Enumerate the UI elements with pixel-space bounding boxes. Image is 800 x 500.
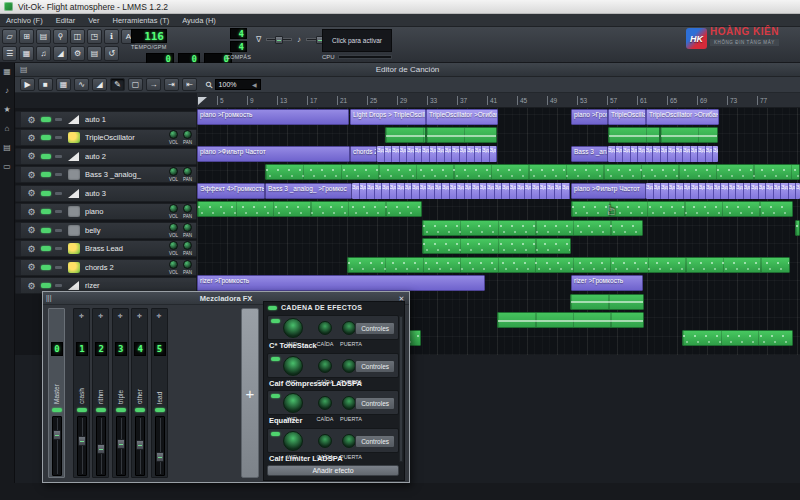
track-lane[interactable]: piano >Фильтр Частотchords 2>ГрЗдЗдЗдЗдЗ… [197,145,800,163]
channel-send-icon[interactable]: ✛ [113,312,128,319]
channel-mute-led[interactable] [52,408,62,412]
mini-segment[interactable]: Зд [676,146,684,162]
decay-knob[interactable] [318,321,332,335]
track-grip[interactable] [16,223,21,238]
menu-item-editar[interactable]: Editar [56,16,76,25]
track-head-auto-1[interactable]: ⚙auto 1 [15,111,197,128]
channel-mute-led[interactable] [116,408,126,412]
channel-fader[interactable] [96,416,106,476]
home-icon[interactable]: ⌂ [5,124,10,134]
channel-mute-led[interactable] [135,408,145,412]
computer-icon[interactable]: ▭ [3,162,11,172]
pattern-segment[interactable] [608,127,660,143]
pattern-segment[interactable] [682,330,793,346]
track-head-auto-3[interactable]: ⚙auto 3 [15,185,197,202]
compas-bottom-display[interactable]: 4 [230,41,247,52]
mini-segment[interactable]: Зд [540,183,548,199]
mixer-channel-lead[interactable]: ✛5lead [151,308,168,478]
compas-top-display[interactable]: 4 [230,28,247,39]
mini-segment[interactable]: Зд [532,183,540,199]
track-lane[interactable] [197,201,800,219]
controller-rack-icon[interactable]: ↺ [104,46,119,61]
fader-handle[interactable] [78,436,86,446]
mini-segment[interactable]: Зд [397,183,405,199]
menu-item-archivo[interactable]: Archivo (F) [6,16,43,25]
track-grip[interactable] [16,149,21,164]
mini-segment[interactable]: Зд [669,183,677,199]
track-solo-button[interactable] [55,173,62,176]
decay-knob[interactable] [318,434,332,448]
track-mute-button[interactable] [41,172,51,177]
effects-scrollbar[interactable] [399,316,403,462]
pan-knob[interactable]: PAN [183,204,192,219]
track-mute-button[interactable] [41,209,51,214]
track-lane[interactable] [197,238,800,256]
mini-segment[interactable]: Зд [445,146,453,162]
end-button[interactable]: ⇥ [164,78,179,91]
track-lane[interactable]: Эффект 4>ГромкостьBass 3 _analog_ >Громк… [197,182,800,200]
mini-segment[interactable]: Зд [654,183,662,199]
track-gear-icon[interactable]: ⚙ [25,188,38,198]
effect-unit[interactable]: ControlesW/DCAÍDAPUERTACalf Compressor L… [267,353,399,389]
track-gear-icon[interactable]: ⚙ [25,115,38,125]
mini-segment[interactable]: Зд [412,183,420,199]
track-lane[interactable]: piano >ГромкостьLight Drops > TripleOsci… [197,109,800,127]
track-solo-button[interactable] [55,266,62,269]
mini-segment[interactable]: Зд [729,183,737,199]
open-recent-icon[interactable]: ⚲ [53,29,68,44]
mini-segment[interactable]: Зд [691,183,699,199]
track-head-belly[interactable]: ⚙bellyVOLPAN [15,222,197,239]
track-grip[interactable] [16,112,21,127]
mini-segment[interactable]: Зд [668,146,676,162]
track-lane[interactable] [197,219,800,237]
mini-segment[interactable]: Зд [698,146,706,162]
track-head-brass-lead[interactable]: ⚙Brass LeadVOLPAN [15,240,197,257]
rewind-button[interactable]: ⇤ [182,78,197,91]
track-mute-button[interactable] [41,283,51,288]
wet-dry-knob[interactable] [283,393,303,413]
track-mute-button[interactable] [41,135,51,140]
effect-controls-button[interactable]: Controles [355,360,395,373]
track-lane[interactable]: rizer >Громкостьrizer >Громкость [197,275,800,293]
add-automation-track-button[interactable]: ◢ [92,78,107,91]
mini-segment[interactable]: Зд [736,183,744,199]
mixer-channel-other[interactable]: ✛4other [131,308,148,478]
channel-mute-led[interactable] [77,408,87,412]
add-bb-track-button[interactable]: ▦ [56,78,71,91]
mini-segment[interactable]: Зд [437,146,445,162]
mini-segment[interactable]: Зд [774,183,782,199]
mini-segment[interactable]: Зд [427,183,435,199]
mini-segment[interactable]: Зд [385,146,393,162]
track-gear-icon[interactable]: ⚙ [25,225,38,235]
mini-segment[interactable]: Зд [482,146,490,162]
wet-dry-knob[interactable] [283,356,303,376]
mini-segment[interactable]: Зд [721,183,729,199]
vol-knob[interactable]: VOL [169,204,178,219]
mini-segment[interactable]: Зд [510,183,518,199]
playhead-marker[interactable] [198,97,207,105]
track-head-piano[interactable]: ⚙pianoVOLPAN [15,203,197,220]
channel-fader[interactable] [52,416,62,476]
mini-segment[interactable]: Зд [766,183,774,199]
menu-item-ver[interactable]: Ver [88,16,99,25]
effects-chain-led[interactable] [268,306,277,310]
vol-knob[interactable]: VOL [169,167,178,182]
automation-segment-repeats[interactable]: ЗдЗдЗдЗдЗдЗдЗдЗдЗдЗдЗдЗдЗдЗдЗдЗдЗдЗдЗдЗд… [646,183,800,199]
track-solo-button[interactable] [55,192,62,195]
automation-segment[interactable]: chords 2>Гр [350,146,377,162]
mini-segment[interactable]: Зд [616,146,624,162]
mini-segment[interactable]: Зд [352,183,360,199]
channel-fader[interactable] [116,416,126,476]
pan-knob[interactable]: PAN [183,241,192,256]
mini-segment[interactable]: Зд [382,183,390,199]
mini-segment[interactable]: Зд [759,183,767,199]
mini-segment[interactable]: Зд [744,183,752,199]
stop-button[interactable]: ■ [38,78,53,91]
menu-item-ayuda[interactable]: Ayuda (H) [182,16,216,25]
track-mute-button[interactable] [41,154,51,159]
automation-segment[interactable]: TripleOscillat [608,109,646,125]
automation-segment[interactable]: Bass 3 _anal [571,146,608,162]
mini-segment[interactable]: Зд [547,183,555,199]
pan-knob[interactable]: PAN [183,167,192,182]
mini-segment[interactable]: Зд [407,146,415,162]
